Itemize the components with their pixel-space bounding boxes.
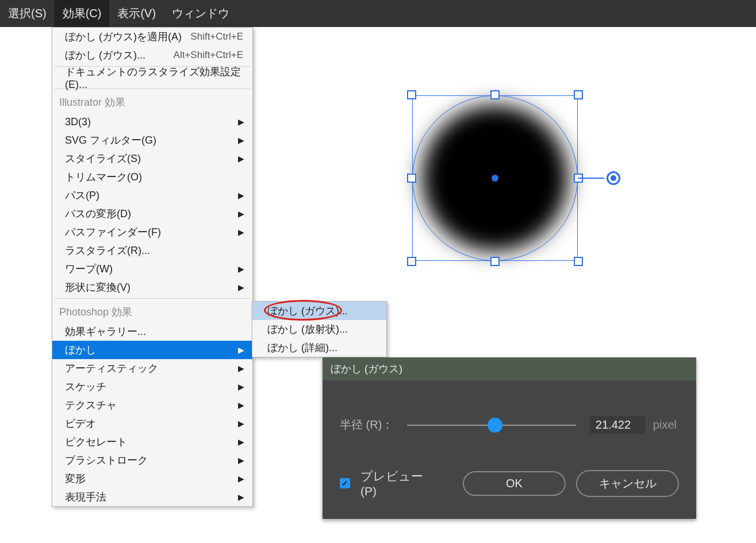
- menu-label: 効果(C): [63, 6, 102, 21]
- menu-label: ウィンドウ: [172, 6, 229, 21]
- submenu-label: ぼかし (ガウス)...: [267, 304, 348, 318]
- menu-item-label: ドキュメントのラスタライズ効果設定(E)...: [65, 65, 243, 91]
- menu-item-label: ラスタライズ(R)...: [65, 244, 243, 257]
- menu-effect-gallery[interactable]: 効果ギャラリー...: [52, 322, 252, 341]
- submenu-label: ぼかし (放射状)...: [267, 322, 348, 336]
- menu-item-label: 変形: [65, 472, 243, 486]
- submenu-arrow-icon: ▶: [238, 283, 244, 292]
- menu-item-label: パスの変形(D): [65, 207, 243, 221]
- menu-sketch[interactable]: スケッチ▶: [52, 378, 252, 396]
- preview-label: プレビュー (P): [360, 468, 442, 498]
- menu-select[interactable]: 選択(S): [0, 0, 55, 27]
- submenu-arrow-icon: ▶: [238, 228, 244, 237]
- rotate-line: [578, 178, 604, 179]
- submenu-arrow-icon: ▶: [238, 456, 244, 465]
- submenu-arrow-icon: ▶: [238, 191, 244, 200]
- menu-apply-last-effect[interactable]: ぼかし (ガウス)を適用(A) Shift+Ctrl+E: [52, 28, 252, 46]
- menu-view[interactable]: 表示(V): [109, 0, 164, 27]
- menu-doc-raster-settings[interactable]: ドキュメントのラスタライズ効果設定(E)...: [52, 68, 252, 87]
- handle-top-left[interactable]: [407, 90, 416, 99]
- handle-bottom-left[interactable]: [407, 257, 416, 266]
- menu-last-effect-dialog[interactable]: ぼかし (ガウス)... Alt+Shift+Ctrl+E: [52, 46, 252, 64]
- submenu-arrow-icon: ▶: [238, 264, 244, 274]
- blur-submenu: ぼかし (ガウス)... ぼかし (放射状)... ぼかし (詳細)...: [252, 301, 387, 357]
- menu-item-label: テクスチャ: [65, 398, 243, 412]
- dialog-title: ぼかし (ガウス): [323, 357, 696, 380]
- menu-item-label: スタイライズ(S): [65, 152, 243, 165]
- menu-item-label: ぼかし (ガウス)を適用(A): [65, 30, 190, 44]
- menu-brush-strokes[interactable]: ブラシストローク▶: [52, 451, 252, 469]
- handle-top-mid[interactable]: [490, 90, 500, 99]
- menu-item-label: 表現手法: [65, 490, 243, 504]
- cancel-button[interactable]: キャンセル: [576, 470, 679, 497]
- radius-slider[interactable]: [407, 425, 576, 426]
- menu-crop-marks[interactable]: トリムマーク(O): [52, 168, 252, 186]
- preview-checkbox[interactable]: ✓: [340, 478, 350, 488]
- menu-warp[interactable]: ワープ(W)▶: [52, 260, 252, 278]
- menu-item-label: ブラシストローク: [65, 453, 243, 467]
- submenu-arrow-icon: ▶: [238, 419, 244, 428]
- menu-3d[interactable]: 3D(3)▶: [52, 113, 252, 131]
- dialog-body: 半径 (R)： 21.422 pixel ✓ プレビュー (P) OK キャンセ…: [323, 380, 696, 519]
- handle-top-right[interactable]: [574, 90, 583, 99]
- menubar: 選択(S) 効果(C) 表示(V) ウィンドウ: [0, 0, 756, 27]
- handle-left-mid[interactable]: [407, 174, 416, 183]
- menu-item-label: パスファインダー(F): [65, 225, 243, 239]
- handle-bottom-right[interactable]: [574, 257, 583, 266]
- menu-pathfinder[interactable]: パスファインダー(F)▶: [52, 223, 252, 241]
- selection-bbox[interactable]: [412, 95, 578, 261]
- menu-convert-shape[interactable]: 形状に変換(V)▶: [52, 278, 252, 296]
- section-photoshop-effects: Photoshop 効果: [52, 301, 252, 322]
- dialog-buttons-row: ✓ プレビュー (P) OK キャンセル: [340, 468, 679, 498]
- radius-row: 半径 (R)： 21.422 pixel: [340, 416, 679, 434]
- submenu-arrow-icon: ▶: [238, 117, 244, 126]
- menu-svg-filters[interactable]: SVG フィルター(G)▶: [52, 131, 252, 149]
- submenu-gaussian-blur[interactable]: ぼかし (ガウス)...: [252, 302, 386, 320]
- submenu-arrow-icon: ▶: [238, 154, 244, 163]
- effects-menu: ぼかし (ガウス)を適用(A) Shift+Ctrl+E ぼかし (ガウス)..…: [52, 27, 253, 507]
- handle-bottom-mid[interactable]: [490, 257, 500, 266]
- menu-item-label: ぼかし: [65, 343, 243, 357]
- menu-label: 選択(S): [8, 6, 47, 21]
- submenu-arrow-icon: ▶: [238, 400, 244, 410]
- menu-texture[interactable]: テクスチャ▶: [52, 396, 252, 414]
- menu-blur[interactable]: ぼかし▶: [52, 341, 252, 359]
- submenu-radial-blur[interactable]: ぼかし (放射状)...: [252, 320, 386, 338]
- section-illustrator-effects: Illustrator 効果: [52, 91, 252, 113]
- slider-knob[interactable]: [488, 418, 502, 433]
- menu-stylize[interactable]: スタイライズ(S)▶: [52, 149, 252, 168]
- submenu-arrow-icon: ▶: [238, 209, 244, 218]
- radius-input[interactable]: 21.422: [590, 416, 645, 434]
- submenu-smart-blur[interactable]: ぼかし (詳細)...: [252, 338, 386, 357]
- rotate-handle[interactable]: [607, 171, 620, 185]
- center-point: [492, 175, 498, 182]
- menu-distort[interactable]: パスの変形(D)▶: [52, 205, 252, 223]
- radius-unit: pixel: [651, 418, 679, 432]
- menu-item-label: ビデオ: [65, 417, 243, 430]
- submenu-arrow-icon: ▶: [238, 364, 244, 373]
- submenu-arrow-icon: ▶: [238, 437, 244, 446]
- submenu-arrow-icon: ▶: [238, 345, 244, 355]
- menu-distort-ps[interactable]: 変形▶: [52, 469, 252, 488]
- submenu-arrow-icon: ▶: [238, 492, 244, 502]
- menu-pixelate[interactable]: ピクセレート▶: [52, 433, 252, 451]
- ok-button[interactable]: OK: [463, 471, 566, 496]
- menu-item-label: アーティスティック: [65, 361, 243, 375]
- menu-item-label: SVG フィルター(G): [65, 133, 243, 147]
- menu-path[interactable]: パス(P)▶: [52, 186, 252, 205]
- menu-item-label: 3D(3): [65, 116, 243, 128]
- menu-item-label: パス(P): [65, 188, 243, 202]
- menu-artistic[interactable]: アーティスティック▶: [52, 359, 252, 378]
- menu-effect[interactable]: 効果(C): [55, 0, 110, 27]
- menu-video[interactable]: ビデオ▶: [52, 414, 252, 433]
- menu-rasterize[interactable]: ラスタライズ(R)...: [52, 241, 252, 260]
- submenu-label: ぼかし (詳細)...: [267, 341, 337, 355]
- menu-window[interactable]: ウィンドウ: [164, 0, 237, 27]
- menu-item-label: ピクセレート: [65, 435, 243, 449]
- menu-item-label: トリムマーク(O): [65, 170, 243, 184]
- radius-label: 半径 (R)：: [340, 417, 393, 433]
- menu-item-label: ぼかし (ガウス)...: [65, 48, 174, 62]
- menu-separator: [55, 298, 250, 299]
- shortcut: Shift+Ctrl+E: [190, 31, 243, 43]
- menu-stylize-ps[interactable]: 表現手法▶: [52, 488, 252, 506]
